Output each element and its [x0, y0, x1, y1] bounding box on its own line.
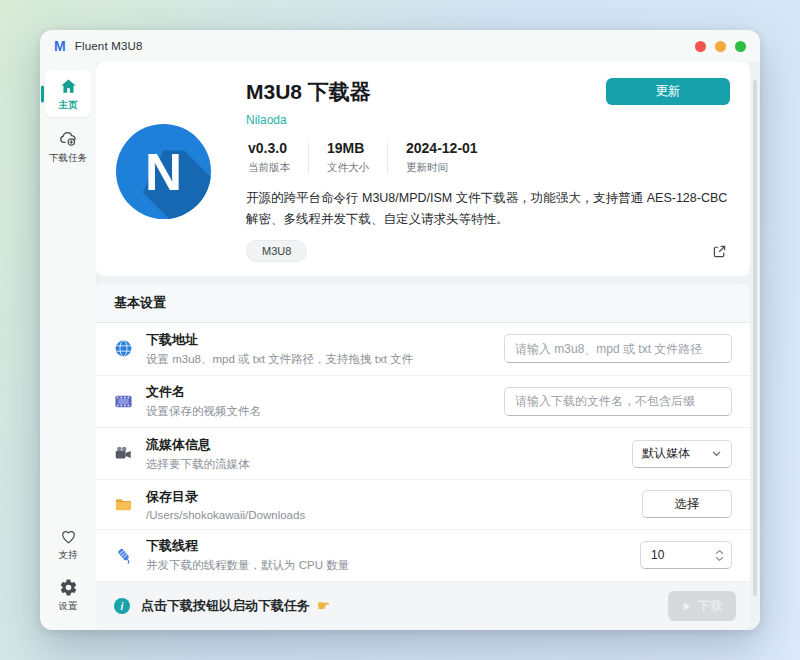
setting-subtitle: /Users/shokokawaii/Downloads [146, 509, 305, 521]
sidebar: 主页 下载任务 支持 设置 [40, 62, 96, 630]
info-icon: i [114, 598, 130, 614]
media-select[interactable]: 默认媒体 [632, 440, 732, 468]
filename-input[interactable] [504, 387, 732, 416]
share-button[interactable] [711, 243, 728, 260]
setting-title: 流媒体信息 [146, 436, 250, 454]
home-icon [59, 77, 78, 96]
window-title: Fluent M3U8 [75, 40, 143, 52]
window-controls [695, 41, 746, 52]
basic-settings-card: 基本设置 下载地址 设置 m3u8、m [96, 284, 750, 630]
sidebar-item-support[interactable]: 支持 [45, 520, 91, 567]
sidebar-item-label: 支持 [59, 549, 78, 562]
svg-text:N: N [145, 144, 182, 201]
setting-row-save-dir: 保存目录 /Users/shokokawaii/Downloads 选择 [96, 480, 750, 529]
thread-count-input[interactable] [641, 548, 701, 562]
play-icon [681, 601, 692, 612]
app-header-card: N M3U8 下载器 Nilaoda v0.3.0 当前版本 19MB [96, 62, 750, 276]
pointing-right-icon: ☛ [317, 597, 330, 615]
author-link[interactable]: Nilaoda [246, 113, 730, 127]
download-url-input[interactable] [504, 334, 732, 363]
download-button[interactable]: 下载 [668, 591, 736, 621]
cloud-download-icon [58, 128, 79, 149]
setting-row-threads: 下载线程 并发下载的线程数量，默认为 CPU 数量 [96, 530, 750, 582]
sidebar-item-download-tasks[interactable]: 下载任务 [45, 121, 91, 170]
minimize-window-button[interactable] [715, 41, 726, 52]
app-icon: N [116, 124, 211, 219]
sidebar-item-label: 设置 [59, 600, 78, 613]
folder-icon [114, 495, 133, 514]
film-icon [114, 392, 133, 411]
setting-title: 文件名 [146, 383, 261, 401]
app-logo-icon: M [54, 38, 66, 54]
setting-subtitle: 并发下载的线程数量，默认为 CPU 数量 [146, 558, 349, 573]
setting-subtitle: 设置 m3u8、mpd 或 txt 文件路径，支持拖拽 txt 文件 [146, 352, 413, 367]
section-title: 基本设置 [96, 284, 750, 323]
active-indicator [41, 85, 44, 102]
download-hint-bar: i 点击下载按钮以启动下载任务 ☛ 下载 [96, 582, 750, 630]
app-window: M Fluent M3U8 主页 下载任务 [40, 30, 760, 630]
thread-icon [114, 546, 133, 565]
app-description: 开源的跨平台命令行 M3U8/MPD/ISM 文件下载器，功能强大，支持普通 A… [246, 188, 730, 229]
choose-directory-button[interactable]: 选择 [642, 490, 732, 518]
sidebar-item-label: 主页 [59, 99, 78, 112]
sidebar-item-home[interactable]: 主页 [45, 70, 91, 117]
setting-title: 保存目录 [146, 488, 305, 506]
setting-row-download-url: 下载地址 设置 m3u8、mpd 或 txt 文件路径，支持拖拽 txt 文件 [96, 323, 750, 375]
stat-filesize: 19MB 文件大小 [309, 140, 387, 175]
movie-camera-icon [114, 444, 133, 463]
maximize-window-button[interactable] [735, 41, 746, 52]
update-button[interactable]: 更新 [606, 78, 730, 105]
share-icon [711, 243, 728, 260]
setting-title: 下载地址 [146, 331, 413, 349]
stat-version: v0.3.0 当前版本 [246, 140, 308, 175]
setting-row-stream-info: 流媒体信息 选择要下载的流媒体 默认媒体 [96, 428, 750, 480]
chevron-down-icon [711, 448, 722, 459]
app-stats: v0.3.0 当前版本 19MB 文件大小 2024-12-01 更新时间 [246, 140, 730, 175]
close-window-button[interactable] [695, 41, 706, 52]
setting-subtitle: 设置保存的视频文件名 [146, 404, 261, 419]
gear-icon [59, 578, 78, 597]
heart-icon [59, 527, 78, 546]
setting-row-filename: 文件名 设置保存的视频文件名 [96, 376, 750, 428]
sidebar-item-settings[interactable]: 设置 [45, 571, 91, 618]
tag-m3u8[interactable]: M3U8 [246, 240, 307, 262]
download-hint-text: 点击下载按钮以启动下载任务 [141, 597, 310, 615]
main-content: N M3U8 下载器 Nilaoda v0.3.0 当前版本 19MB [96, 62, 760, 630]
media-select-value: 默认媒体 [642, 445, 690, 462]
chevron-down-icon [715, 556, 724, 562]
download-button-label: 下载 [698, 598, 723, 615]
titlebar: M Fluent M3U8 [40, 30, 760, 62]
setting-title: 下载线程 [146, 537, 349, 555]
stat-updated: 2024-12-01 更新时间 [388, 140, 496, 175]
sidebar-item-label: 下载任务 [49, 152, 87, 165]
setting-subtitle: 选择要下载的流媒体 [146, 457, 250, 472]
scrollbar[interactable] [753, 80, 757, 596]
chevron-up-icon [715, 549, 724, 555]
globe-icon [114, 339, 133, 358]
thread-count-stepper[interactable] [640, 541, 732, 569]
stepper-buttons[interactable] [715, 549, 731, 562]
